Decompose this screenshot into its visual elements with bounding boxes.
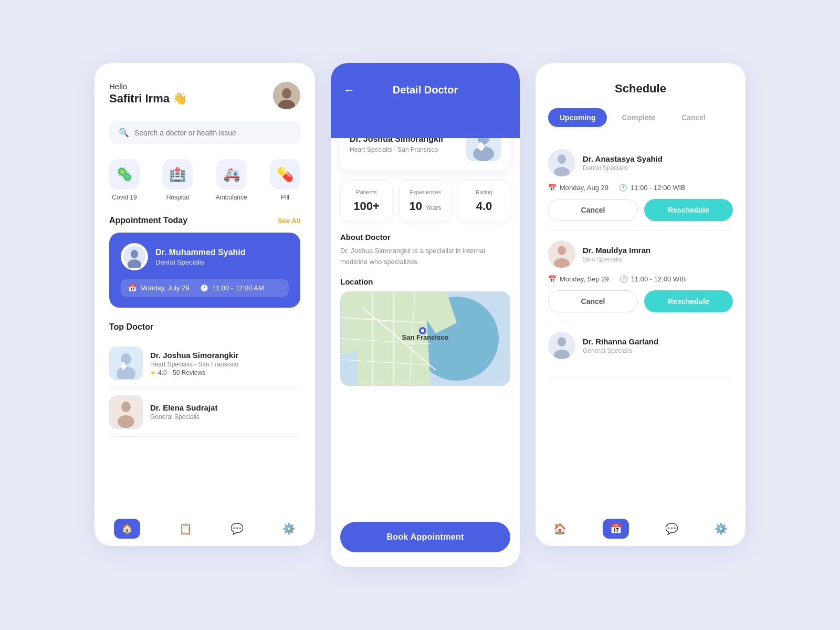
nav-settings[interactable]: ⚙️ [715,522,728,535]
doctor-name: Dr. Joshua Simorangkir [150,351,238,360]
reschedule-button[interactable]: Reschedule [644,199,733,221]
calendar-icon: 📅 [128,284,136,292]
home-icon: 🏠 [553,522,566,535]
svg-point-4 [131,250,138,258]
category-label: Hospital [166,194,189,201]
settings-icon: ⚙️ [715,522,728,535]
appointment-card[interactable]: Dr. Muhammed Syahid Dental Specialis 📅 M… [109,233,300,308]
category-label: Pill [281,194,289,201]
tab-row: Upcoming Complete Cancel [548,108,733,127]
schedule-doctor-name: Dr. Anastasya Syahid [583,154,663,163]
schedule-doctor-avatar [548,332,575,359]
category-covid[interactable]: 🦠 Covid 19 [109,159,140,201]
doctor-list-item[interactable]: Dr. Joshua Simorangkir Heart Specialis -… [109,339,300,388]
schedule-item: Dr. Rihanna Garland General Specialis [548,322,733,376]
svg-point-1 [282,88,291,99]
avatar[interactable] [273,82,300,109]
schedule-btn-row: Cancel Reschedule [548,290,733,312]
schedule-doctor-avatar [548,240,575,268]
about-section: About Doctor Dr. Joshua Simorangkir is a… [340,233,510,268]
schedule-doctor-spec: Dental Specialis [583,164,663,172]
doctor-thumbnail [109,346,143,380]
search-bar[interactable]: 🔍 [109,121,300,144]
detail-doctor-screen: ← Detail Doctor Dr. Joshua Simorangkir H… [331,63,520,567]
bottom-nav: 🏠 📅 💬 ⚙️ [536,509,746,546]
svg-point-12 [121,402,131,412]
stat-label: Experiences [405,189,446,195]
appointment-section-header: Appointment Today See All [109,216,300,225]
schedule-doctor-name: Dr. Rihanna Garland [583,337,658,346]
about-title: About Doctor [340,233,510,242]
book-appointment-button[interactable]: Book Appointment [340,522,510,552]
appointment-doctor-name: Dr. Muhammed Syahid [155,248,246,257]
nav-settings[interactable]: ⚙️ [282,522,296,535]
category-pill[interactable]: 💊 Pill [270,159,300,201]
stat-value: 10 Years [405,200,446,213]
tab-upcoming[interactable]: Upcoming [548,108,607,127]
search-icon: 🔍 [119,128,129,138]
covid-icon: 🦠 [109,159,140,190]
category-label: Covid 19 [112,194,136,201]
stat-rating: Rating 4.0 [458,180,510,222]
categories-row: 🦠 Covid 19 🏥 Hospital 🚑 Ambulance 💊 Pill [109,159,300,201]
schedule-time: 🕐 11:00 - 12:00 WIB [620,275,686,283]
tab-cancel[interactable]: Cancel [670,108,717,127]
svg-rect-18 [477,146,485,149]
doctor-spec: Heart Specialis - San Fransisco [150,361,238,368]
svg-point-13 [118,415,134,428]
nav-records[interactable]: 📋 [179,522,192,535]
schedule-time-row: 📅 Monday, Sep 29 🕐 11:00 - 12:00 WIB [548,275,733,283]
schedule-list: Dr. Anastasya Syahid Dental Specialis 📅 … [548,140,733,376]
svg-point-41 [558,337,566,346]
svg-point-35 [558,154,566,164]
star-icon: ★ [150,369,156,376]
cancel-button[interactable]: Cancel [548,199,638,221]
schedule-btn-row: Cancel Reschedule [548,199,733,221]
schedule-screen: Schedule Upcoming Complete Cancel [536,63,746,546]
nav-schedule[interactable]: 📅 [603,519,629,539]
doctor-thumbnail [109,395,143,429]
svg-point-33 [421,329,424,332]
category-hospital[interactable]: 🏥 Hospital [162,159,193,201]
category-ambulance[interactable]: 🚑 Ambulance [216,159,247,201]
home-icon: 🏠 [114,519,140,539]
doctor-list-item[interactable]: Dr. Elena Sudrajat General Specialis [109,388,300,437]
location-title: Location [340,277,510,286]
top-doctor-title: Top Doctor [109,322,153,332]
hero-doctor-spec: Heart Specialis - San Fransisco [350,146,444,153]
schedule-date: 📅 Monday, Sep 29 [548,275,609,283]
calendar-icon: 📅 [548,184,556,192]
map-placeholder: San Francisco [340,291,510,386]
book-btn-wrap: Book Appointment [331,512,520,567]
nav-home[interactable]: 🏠 [553,522,566,535]
hello-row: Hello Safitri Irma 👋 [109,82,300,109]
chat-icon: 💬 [665,522,678,535]
nav-chat[interactable]: 💬 [230,522,244,535]
location-section: Location [340,277,510,386]
screens-container: Hello Safitri Irma 👋 🔍 [21,63,819,567]
stat-value: 100+ [346,200,387,213]
clock-icon: 🕐 [619,184,627,192]
schedule-doctor-spec: Skin Specialis [583,256,650,263]
chat-icon: 💬 [230,522,244,535]
nav-chat[interactable]: 💬 [665,522,678,535]
nav-home[interactable]: 🏠 [114,519,140,539]
appointment-doctor-avatar [121,243,148,270]
back-button[interactable]: ← [343,83,355,97]
schedule-title: Schedule [548,82,733,96]
svg-point-38 [558,246,566,255]
appointment-time: 🕐 11:00 - 12:00 AM [200,284,264,292]
stat-label: Rating [464,189,505,195]
schedule-time: 🕐 11:00 - 12:00 WIB [619,184,686,192]
see-all-button[interactable]: See All [278,217,300,225]
reschedule-button[interactable]: Reschedule [644,290,733,312]
search-input[interactable] [134,129,291,137]
ambulance-icon: 🚑 [216,159,247,190]
cancel-button[interactable]: Cancel [548,290,638,312]
calendar-icon: 📅 [548,275,556,283]
tab-complete[interactable]: Complete [610,108,667,127]
schedule-date: 📅 Monday, Aug 29 [548,184,608,192]
doctor-spec: General Specialis [150,413,217,421]
schedule-doctor-name: Dr. Mauldya Imran [583,246,650,255]
doctor-name: Dr. Elena Sudrajat [150,403,217,412]
